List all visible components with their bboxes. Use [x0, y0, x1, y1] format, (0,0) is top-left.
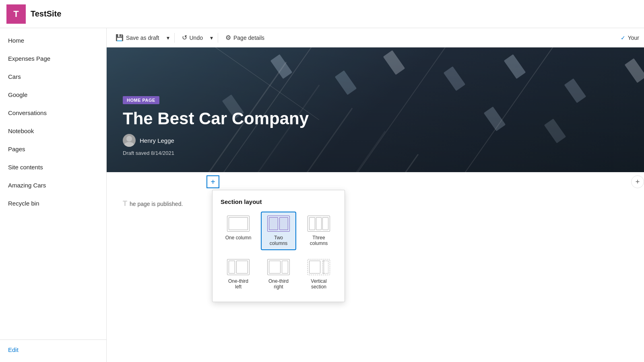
- svg-point-1: [124, 142, 134, 147]
- popup-title: Section layout: [221, 198, 336, 205]
- one-third-left-icon: [227, 259, 250, 275]
- undo-dropdown[interactable]: ▾: [208, 32, 215, 43]
- hero-author: Henry Legge: [123, 134, 309, 147]
- undo-icon: ↺: [182, 34, 187, 41]
- chevron-down-icon-2: ▾: [210, 35, 213, 41]
- sidebar-item-expenses-page[interactable]: Expenses Page: [0, 49, 106, 68]
- one-third-left-label: One-third left: [225, 278, 252, 290]
- hero-content: HOME PAGE The Best Car Company Henry Leg…: [123, 96, 309, 156]
- section-layout-popup: Section layout One column: [212, 190, 345, 302]
- toolbar-divider: [174, 33, 175, 43]
- site-title: TestSite: [31, 9, 61, 19]
- two-columns-label: Two columns: [265, 235, 292, 246]
- two-columns-icon: [267, 216, 290, 232]
- page-text: he page is published.: [123, 200, 628, 208]
- layout-option-one-column[interactable]: One column: [221, 212, 256, 250]
- page-details-button[interactable]: ⚙ Page details: [221, 31, 268, 44]
- one-column-icon: [227, 216, 250, 232]
- hero-section: HOME PAGE The Best Car Company Henry Leg…: [107, 47, 644, 172]
- page-content: he page is published.: [107, 191, 644, 362]
- layout-option-three-columns[interactable]: Three columns: [301, 212, 336, 250]
- vertical-section-label: Vertical section: [305, 278, 332, 290]
- hero-draft-saved: Draft saved 8/14/2021: [123, 150, 309, 156]
- checkmark-icon: ✓: [621, 35, 625, 41]
- layout-option-one-third-left[interactable]: One-third left: [221, 255, 256, 294]
- hero-title: The Best Car Company: [123, 109, 309, 128]
- svg-point-0: [126, 136, 132, 142]
- three-columns-icon: [308, 216, 330, 232]
- one-column-label: One column: [225, 235, 252, 241]
- sidebar-item-cars[interactable]: Cars: [0, 68, 106, 86]
- hero-tag: HOME PAGE: [123, 96, 159, 104]
- add-section-right-button[interactable]: +: [631, 175, 644, 188]
- sidebar-item-site-contents[interactable]: Site contents: [0, 158, 106, 176]
- plus-icon: +: [211, 177, 215, 187]
- toolbar-divider-2: [218, 33, 218, 43]
- vertical-section-icon: [308, 259, 330, 275]
- author-avatar: [123, 134, 136, 147]
- toolbar: 💾 Save as draft ▾ ↺ Undo ▾ ⚙ Page detail…: [107, 28, 644, 47]
- sidebar-item-notebook[interactable]: Notebook: [0, 122, 106, 140]
- sidebar-item-google[interactable]: Google: [0, 86, 106, 104]
- user-label: Your: [628, 35, 639, 41]
- page-published-text: he page is published.: [130, 201, 183, 207]
- sidebar-item-edit[interactable]: Edit: [0, 339, 106, 359]
- sidebar-item-pages[interactable]: Pages: [0, 140, 106, 158]
- plus-icon-right: +: [636, 178, 640, 186]
- sidebar-item-home[interactable]: Home: [0, 31, 106, 49]
- gear-icon: ⚙: [225, 34, 231, 41]
- undo-button[interactable]: ↺ Undo: [178, 31, 207, 44]
- chevron-down-icon: ▾: [167, 35, 169, 41]
- layout-option-one-third-right[interactable]: One-third right: [261, 255, 296, 294]
- toolbar-right: ✓ Your: [621, 35, 639, 41]
- save-icon: 💾: [116, 34, 124, 41]
- layout-option-two-columns[interactable]: Two columns: [261, 212, 296, 250]
- add-section-button[interactable]: +: [206, 175, 219, 188]
- sidebar-item-conversations[interactable]: Conversations: [0, 104, 106, 122]
- save-draft-dropdown[interactable]: ▾: [165, 32, 171, 43]
- sidebar: Home Expenses Page Cars Google Conversat…: [0, 28, 107, 362]
- three-columns-label: Three columns: [305, 235, 332, 246]
- save-draft-button[interactable]: 💾 Save as draft: [111, 31, 163, 44]
- layout-option-vertical-section[interactable]: Vertical section: [301, 255, 336, 294]
- main-layout: Home Expenses Page Cars Google Conversat…: [0, 28, 644, 362]
- one-third-right-label: One-third right: [265, 278, 292, 290]
- site-logo: T: [6, 4, 26, 24]
- author-name: Henry Legge: [140, 137, 174, 144]
- sidebar-item-recycle-bin[interactable]: Recycle bin: [0, 194, 106, 212]
- add-section-bar: + + Section layout One column: [107, 172, 644, 191]
- header: T TestSite: [0, 0, 644, 28]
- layout-grid: One column Two columns: [221, 212, 336, 294]
- sidebar-item-amazing-cars[interactable]: Amazing Cars: [0, 176, 106, 194]
- one-third-right-icon: [267, 259, 290, 275]
- content-area: 💾 Save as draft ▾ ↺ Undo ▾ ⚙ Page detail…: [107, 28, 644, 362]
